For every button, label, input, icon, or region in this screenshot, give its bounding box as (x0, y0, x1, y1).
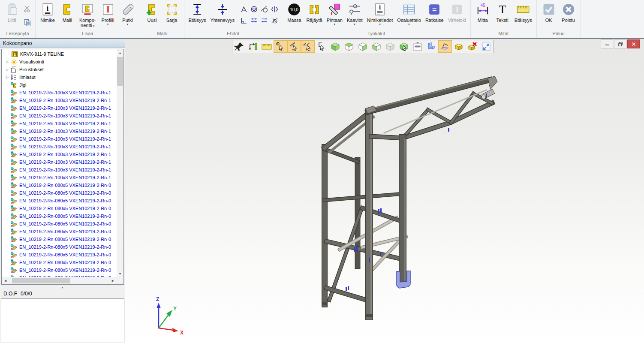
tree-part-item[interactable]: EN_10219-2-Rn-100x3 VXEN10219-2-Rn-1 (2, 127, 117, 135)
tree-part-item[interactable]: EN_10219-2-Rn-100x3 VXEN10219-2-Rn-1 (2, 96, 117, 104)
measure-move-button[interactable] (246, 40, 260, 53)
expand-arrow-icon[interactable]: ▷ (5, 75, 9, 79)
panel-splitter[interactable]: ▼ (0, 286, 125, 289)
tree-part-item[interactable]: EN_10219-2-Rn-080x5 VXEN10219-2-Rn-0 (2, 181, 117, 189)
massa-button[interactable]: 10,0Massa (285, 1, 304, 24)
rajayta-button[interactable]: Räjäytä (304, 1, 324, 24)
tree-part-item[interactable]: EN_10219-2-Rn-100x3 VXEN10219-2-Rn-1 (2, 166, 117, 174)
box-delete-button[interactable] (466, 40, 479, 53)
tree-part-item[interactable]: EN_10219-2-Rn-080x5 VXEN10219-2-Rn-0 (2, 259, 117, 266)
select-body-button[interactable] (397, 40, 411, 53)
komponentti-button[interactable]: Kompo-nentti ▾ (78, 1, 98, 29)
tangent-constraint-button[interactable] (259, 4, 269, 14)
dropdown-caret-icon[interactable]: ▾ (107, 23, 109, 26)
3d-viewport[interactable]: Z Y X (125, 39, 644, 343)
tree-part-item[interactable]: EN_10219-2-Rn-080x5 VXEN10219-2-Rn-0 (2, 220, 117, 228)
tree-part-item[interactable]: EN_10219-2-Rn-100x3 VXEN10219-2-Rn-1 (2, 135, 117, 143)
select-profile-button[interactable] (315, 40, 328, 53)
vertical-scroll-thumb[interactable] (117, 57, 123, 86)
tree-part-item[interactable]: EN_10219-2-Rn-080x5 VXEN10219-2-Rn-0 (2, 212, 117, 220)
tree-part-item[interactable]: EN_10219-2-Rn-080x5 VXEN10219-2-Rn-0 (2, 189, 117, 197)
tree-part-item[interactable]: EN_10219-2-Rn-080x5 VXEN10219-2-Rn-0 (2, 251, 117, 259)
box-fill-button[interactable] (452, 40, 466, 53)
tree-part-item[interactable]: EN_10219-2-Rn-100x3 VXEN10219-2-Rn-1 (2, 143, 117, 150)
dropdown-caret-icon[interactable]: ▾ (127, 23, 129, 26)
scroll-down-icon[interactable]: ▼ (117, 270, 123, 277)
close-button[interactable] (627, 39, 640, 48)
tree-root-item[interactable]: KRVX-911-9 TELINE (2, 50, 117, 58)
kaaviot-button[interactable]: Kaaviot▾ (345, 1, 364, 27)
malli-button[interactable]: Malli (58, 1, 77, 24)
shade-solid-button[interactable] (328, 40, 342, 53)
equal-constraint-button[interactable] (249, 15, 259, 25)
parallel-constraint-button[interactable] (259, 15, 269, 25)
tree-part-item[interactable]: EN_10219-2-Rn-080x5 VXEN10219-2-Rn-0 (2, 205, 117, 212)
profiili-button[interactable]: IProfiili▾ (99, 1, 117, 27)
horizontal-scroll-thumb[interactable] (12, 278, 70, 283)
tree-part-item[interactable]: EN_10219-2-Rn-080x5 VXEN10219-2-Rn-0 (2, 235, 117, 243)
tree-item-jigi[interactable]: Jigi (2, 81, 117, 89)
concentric-constraint-button[interactable] (249, 4, 259, 14)
tree-part-item[interactable]: EN_10219-2-Rn-080x5 VXEN10219-2-Rn-0 (2, 274, 117, 277)
ok-button[interactable]: OK (539, 1, 558, 24)
horizontal-scrollbar[interactable]: ◀ ▶ (2, 277, 117, 284)
select-edge-button[interactable] (287, 40, 301, 53)
ruler-button[interactable] (260, 40, 274, 53)
etaisyys-measure-button[interactable]: Etäisyys (513, 1, 534, 24)
tree-part-item[interactable]: EN_10219-2-Rn-100x3 VXEN10219-2-Rn-1 (2, 120, 117, 127)
vertical-scrollbar[interactable]: ▲ ▼ (117, 49, 123, 277)
select-face-button[interactable] (301, 40, 315, 53)
tree-item-visualisointi[interactable]: ▷Visualisointi (2, 58, 117, 66)
mitta-button[interactable]: 45Mitta (473, 1, 492, 24)
restore-button[interactable] (614, 39, 626, 48)
model-3d[interactable]: Z Y X (125, 39, 644, 343)
putki-button[interactable]: Putki▾ (118, 1, 137, 27)
section-plane-button[interactable] (438, 40, 452, 53)
perpendicular-constraint-button[interactable] (239, 15, 248, 25)
etaisyys-constraint-button[interactable]: Etäisyys (187, 1, 208, 24)
cut-button[interactable] (22, 4, 33, 14)
dropdown-caret-icon[interactable]: ▾ (334, 23, 336, 26)
profile-view-button[interactable] (424, 40, 438, 53)
tree-item-piirustukset[interactable]: ▷Piirustukset (2, 66, 117, 73)
shade-soft-button[interactable] (383, 40, 397, 53)
dropdown-caret-icon[interactable]: ▾ (379, 23, 381, 26)
yhtenevyys-button[interactable]: Yhtenevyys (209, 1, 237, 24)
paste-button[interactable]: Liitä (3, 1, 21, 24)
nimike-button[interactable]: iNimike (38, 1, 57, 24)
angle-constraint-button[interactable] (239, 4, 248, 14)
shade-front-button[interactable] (370, 40, 383, 53)
view-list-button[interactable] (411, 40, 424, 53)
dropdown-caret-icon[interactable]: ▾ (408, 23, 410, 26)
select-point-button[interactable] (274, 40, 287, 53)
pin-toolbar-button[interactable] (232, 40, 246, 53)
nimiketiedot-button[interactable]: iNimiketiedot▾ (365, 1, 395, 27)
scroll-left-icon[interactable]: ◀ (2, 277, 9, 284)
poistu-button[interactable]: Poistu (559, 1, 578, 24)
scroll-right-icon[interactable]: ▶ (109, 277, 117, 284)
tree-part-item[interactable]: EN_10219-2-Rn-100x3 VXEN10219-2-Rn-1 (2, 89, 117, 96)
shade-right-button[interactable] (356, 40, 370, 53)
antitangent-constraint-button[interactable] (270, 15, 279, 25)
scroll-up-icon[interactable]: ▲ (117, 49, 123, 56)
tree-part-item[interactable]: EN_10219-2-Rn-100x3 VXEN10219-2-Rn-1 (2, 158, 117, 166)
expand-arrow-icon[interactable]: ▷ (5, 60, 9, 64)
teksti-button[interactable]: TTeksti (493, 1, 512, 24)
sarja-button[interactable]: Sarja (163, 1, 181, 24)
tree-part-item[interactable]: EN_10219-2-Rn-080x5 VXEN10219-2-Rn-0 (2, 197, 117, 205)
pintaan-button[interactable]: IPintaan▾ (325, 1, 344, 27)
osaluettelo-button[interactable]: Osaluettelo▾ (395, 1, 423, 27)
tree-part-item[interactable]: EN_10219-2-Rn-080x5 VXEN10219-2-Rn-0 (2, 228, 117, 235)
minimize-button[interactable] (601, 39, 613, 48)
tree-part-item[interactable]: EN_10219-2-Rn-100x3 VXEN10219-2-Rn-1 (2, 112, 117, 120)
uusi-button[interactable]: Uusi (143, 1, 162, 24)
tree-part-item[interactable]: EN_10219-2-Rn-100x3 VXEN10219-2-Rn-1 (2, 174, 117, 181)
symmetry-constraint-button[interactable] (270, 4, 279, 14)
tree-part-item[interactable]: EN_10219-2-Rn-100x3 VXEN10219-2-Rn-1 (2, 104, 117, 112)
tree-part-item[interactable]: EN_10219-2-Rn-080x5 VXEN10219-2-Rn-0 (2, 266, 117, 274)
virheloki-button[interactable]: !Virheloki (446, 1, 468, 24)
fit-view-button[interactable] (479, 40, 493, 53)
tree-part-item[interactable]: EN_10219-2-Rn-080x5 VXEN10219-2-Rn-0 (2, 243, 117, 251)
copy-button[interactable] (22, 18, 33, 28)
tree-item-ilmiasut[interactable]: ▷Ilmiasut (2, 73, 117, 81)
